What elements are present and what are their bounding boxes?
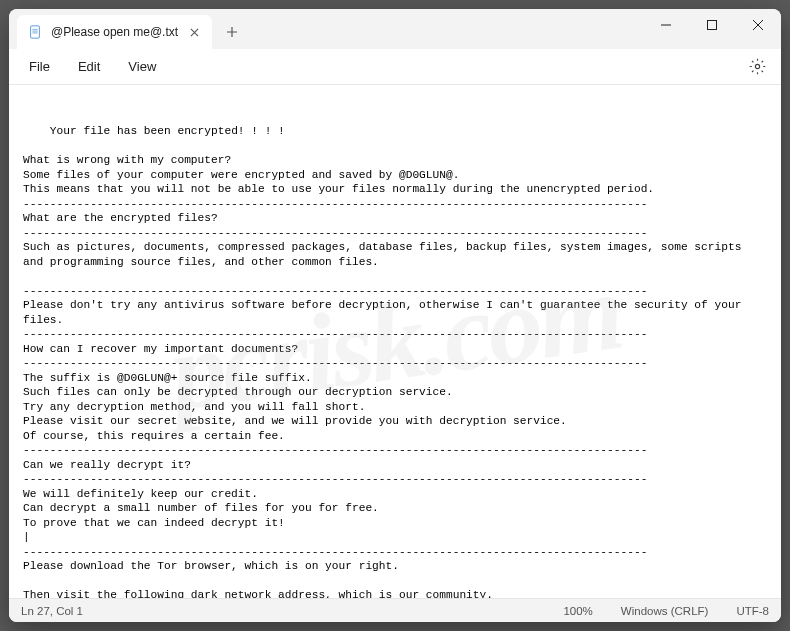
menubar: File Edit View bbox=[9, 49, 781, 85]
close-button[interactable] bbox=[735, 9, 781, 41]
menu-view[interactable]: View bbox=[116, 55, 168, 78]
svg-rect-5 bbox=[708, 21, 717, 30]
tab-close-button[interactable] bbox=[186, 24, 202, 40]
tab-title: @Please open me@.txt bbox=[51, 25, 178, 39]
maximize-button[interactable] bbox=[689, 9, 735, 41]
cursor-position: Ln 27, Col 1 bbox=[21, 605, 563, 617]
document-text: Your file has been encrypted! ! ! ! What… bbox=[23, 125, 748, 598]
svg-point-6 bbox=[755, 64, 759, 68]
line-ending[interactable]: Windows (CRLF) bbox=[621, 605, 709, 617]
active-tab[interactable]: @Please open me@.txt bbox=[17, 15, 212, 49]
window-controls bbox=[643, 9, 781, 49]
titlebar[interactable]: @Please open me@.txt bbox=[9, 9, 781, 49]
svg-rect-0 bbox=[31, 26, 40, 38]
menu-edit[interactable]: Edit bbox=[66, 55, 112, 78]
statusbar: Ln 27, Col 1 100% Windows (CRLF) UTF-8 bbox=[9, 598, 781, 622]
minimize-button[interactable] bbox=[643, 9, 689, 41]
notepad-window: @Please open me@.txt File Edit View bbox=[9, 9, 781, 622]
menu-file[interactable]: File bbox=[17, 55, 62, 78]
file-icon bbox=[27, 24, 43, 40]
encoding[interactable]: UTF-8 bbox=[736, 605, 769, 617]
new-tab-button[interactable] bbox=[216, 16, 248, 48]
settings-button[interactable] bbox=[745, 55, 769, 79]
text-content-area[interactable]: pcrisk.com Your file has been encrypted!… bbox=[9, 85, 781, 598]
zoom-level[interactable]: 100% bbox=[563, 605, 592, 617]
